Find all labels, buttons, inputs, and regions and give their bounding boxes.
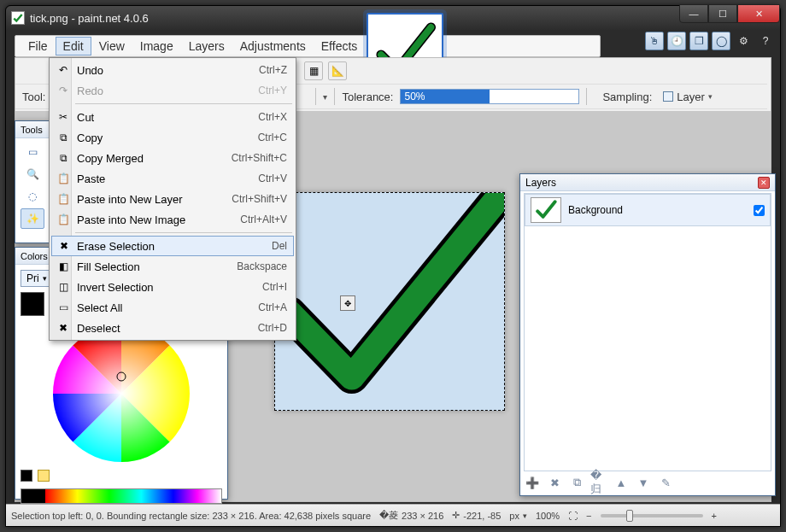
menu-label: Paste: [77, 172, 105, 185]
history-panel-toggle[interactable]: 🕘: [667, 32, 686, 50]
swatch-folder-icon[interactable]: [38, 470, 50, 482]
canvas[interactable]: [274, 192, 505, 411]
grid-icon[interactable]: ▦: [304, 61, 323, 80]
menu-icon: ▭: [56, 301, 70, 314]
menu-adjustments[interactable]: Adjustments: [232, 37, 314, 56]
zoom-out-button[interactable]: −: [586, 511, 591, 521]
magic-wand-tool[interactable]: ✨: [21, 208, 44, 229]
menu-shortcut: Ctrl+D: [258, 322, 287, 334]
layers-panel-toggle[interactable]: ❐: [689, 32, 708, 50]
utility-toolbar: 🖱 🕘 ❐ ◯ ⚙ ?: [645, 32, 775, 50]
menu-item-invert-selection[interactable]: ◫Invert SelectionCtrl+I: [51, 277, 294, 297]
menu-label: Copy Merged: [77, 152, 144, 165]
layer-properties-button[interactable]: ✎: [657, 474, 674, 491]
zoom-in-button[interactable]: +: [712, 511, 717, 521]
menu-item-select-all[interactable]: ▭Select AllCtrl+A: [51, 297, 294, 318]
menu-shortcut: Del: [272, 240, 287, 252]
chevron-down-icon: ▾: [43, 274, 47, 283]
zoom-slider[interactable]: [601, 514, 703, 517]
move-down-button[interactable]: ▼: [635, 474, 652, 491]
menu-label: Cut: [77, 111, 94, 124]
colors-panel-title: Colors: [21, 251, 48, 261]
primary-swatch[interactable]: [21, 292, 44, 316]
layers-panel-title: Layers: [525, 177, 556, 189]
menu-item-paste[interactable]: 📋PasteCtrl+V: [51, 168, 294, 189]
menu-item-copy-merged[interactable]: ⧉Copy MergedCtrl+Shift+C: [51, 148, 294, 168]
menu-icon: ⧉: [56, 151, 70, 165]
close-button[interactable]: ✕: [737, 4, 780, 23]
menu-icon: ✂: [56, 110, 70, 124]
menu-item-copy[interactable]: ⧉CopyCtrl+C: [51, 127, 294, 148]
chevron-down-icon[interactable]: ▾: [523, 512, 527, 520]
menu-item-paste-into-new-layer[interactable]: 📋Paste into New LayerCtrl+Shift+V: [51, 189, 294, 209]
sampling-value: Layer: [677, 91, 705, 103]
menu-icon: ◫: [56, 280, 70, 294]
menu-item-undo[interactable]: ↶UndoCtrl+Z: [51, 60, 294, 80]
window-title: tick.png - paint.net 4.0.6: [30, 12, 149, 25]
settings-icon[interactable]: ⚙: [734, 32, 753, 50]
maximize-button[interactable]: ☐: [708, 4, 737, 23]
menu-item-deselect[interactable]: ✖DeselectCtrl+D: [51, 318, 294, 338]
menu-effects[interactable]: Effects: [314, 37, 366, 56]
menu-item-cut[interactable]: ✂CutCtrl+X: [51, 107, 294, 127]
layers-panel-close[interactable]: ✕: [758, 177, 770, 189]
divider: [315, 88, 316, 105]
ellipse-select-tool[interactable]: ◌: [21, 186, 44, 207]
menu-label: Fill Selection: [77, 260, 140, 273]
doc-size-icon: �菱: [379, 509, 398, 522]
move-handle-icon[interactable]: ✥: [340, 295, 355, 311]
menu-shortcut: Ctrl+V: [258, 172, 287, 184]
menu-shortcut: Ctrl+C: [258, 132, 287, 143]
menu-label: Erase Selection: [77, 240, 155, 253]
move-up-button[interactable]: ▲: [613, 474, 630, 491]
layer-visible-checkbox[interactable]: [754, 205, 765, 216]
layer-thumbnail: [531, 197, 561, 223]
menu-view[interactable]: View: [91, 37, 132, 56]
menu-icon: 📋: [56, 213, 70, 226]
status-selection: Selection top left: 0, 0. Bounding recta…: [11, 511, 371, 521]
sampling-dropdown[interactable]: Layer ▾: [659, 89, 717, 105]
menu-icon: ◧: [56, 260, 70, 273]
tools-panel-toggle[interactable]: 🖱: [645, 32, 664, 50]
duplicate-layer-button[interactable]: ⧉: [568, 474, 585, 491]
divider: [334, 88, 335, 105]
menu-item-paste-into-new-image[interactable]: 📋Paste into New ImageCtrl+Alt+V: [51, 209, 294, 230]
status-doc-size: 233 × 216: [402, 511, 443, 521]
menu-label: Invert Selection: [77, 281, 154, 294]
merge-layer-button[interactable]: �归: [590, 474, 607, 491]
menu-label: Deselect: [77, 322, 120, 335]
menu-icon: ↷: [56, 84, 70, 97]
menu-shortcut: Backspace: [237, 260, 287, 272]
palette-strip[interactable]: [21, 488, 222, 504]
layer-row[interactable]: Background: [525, 194, 771, 226]
menu-file[interactable]: File: [21, 37, 56, 56]
menu-item-fill-selection[interactable]: ◧Fill SelectionBackspace: [51, 256, 294, 277]
menu-layers[interactable]: Layers: [181, 37, 232, 56]
menu-image[interactable]: Image: [132, 37, 181, 56]
ruler-icon[interactable]: 📐: [328, 61, 347, 80]
menu-icon: 📋: [56, 172, 70, 185]
chevron-down-icon[interactable]: ▾: [323, 92, 327, 102]
add-layer-button[interactable]: ➕: [524, 474, 541, 491]
app-icon: [11, 11, 25, 25]
menu-edit[interactable]: Edit: [56, 37, 91, 56]
tools-panel[interactable]: Tools ▭ 🔍 ◌ ✨: [15, 120, 50, 243]
zoom-fit-button[interactable]: ⛶: [568, 511, 578, 521]
menu-shortcut: Ctrl+Y: [258, 85, 287, 96]
menu-item-erase-selection[interactable]: ✖Erase SelectionDel: [51, 236, 294, 256]
tolerance-slider[interactable]: 50%: [400, 89, 579, 104]
rectangle-select-tool[interactable]: ▭: [21, 142, 44, 162]
menu-shortcut: Ctrl+A: [258, 301, 287, 313]
toolbar-row-1: ▦ 📐: [304, 60, 767, 82]
primary-label: Pri: [26, 272, 39, 284]
colors-panel-toggle[interactable]: ◯: [712, 32, 730, 50]
delete-layer-button[interactable]: ✖: [546, 474, 563, 491]
zoom-tool[interactable]: 🔍: [21, 164, 44, 184]
menu-label: Paste into New Image: [77, 213, 185, 226]
layers-panel[interactable]: Layers ✕ Background ➕ ✖ ⧉ �归 ▲ ▼ ✎: [519, 173, 776, 496]
color-wheel[interactable]: [49, 321, 194, 466]
swatch-black[interactable]: [21, 470, 32, 482]
minimize-button[interactable]: —: [679, 4, 708, 23]
menu-shortcut: Ctrl+I: [262, 281, 287, 293]
help-icon[interactable]: ?: [756, 32, 775, 50]
